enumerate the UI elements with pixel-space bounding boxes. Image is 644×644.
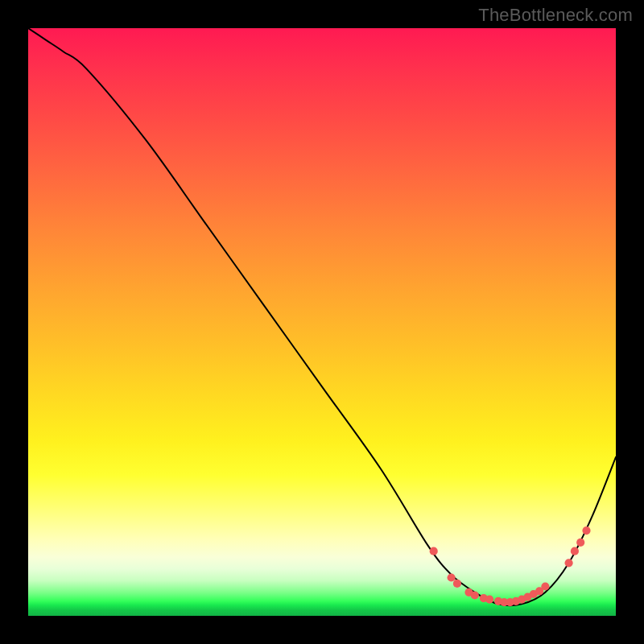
- marker-dot: [485, 596, 493, 604]
- marker-dot: [541, 582, 549, 590]
- bottleneck-curve: [28, 28, 616, 605]
- marker-dot: [448, 573, 456, 581]
- marker-dot: [453, 580, 461, 588]
- marker-dot: [430, 547, 438, 555]
- chart-frame: TheBottleneck.com: [0, 0, 644, 644]
- marker-dot: [571, 547, 579, 555]
- marker-dot: [471, 591, 479, 599]
- plot-area: [28, 28, 616, 616]
- watermark-text: TheBottleneck.com: [478, 5, 633, 26]
- curve-svg: [28, 28, 616, 616]
- marker-dot: [576, 539, 584, 547]
- marker-dot: [565, 559, 573, 567]
- marker-dot: [582, 526, 590, 535]
